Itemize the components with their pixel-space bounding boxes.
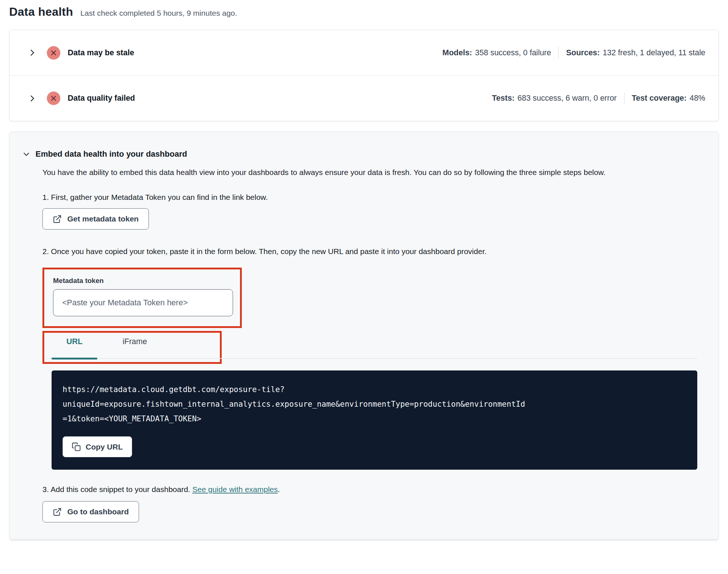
status-row-quality[interactable]: Data quality failed Tests:683 success, 6… — [10, 75, 718, 121]
metadata-token-label: Metadata token — [53, 277, 231, 285]
stat-value: 358 success, 0 failure — [475, 48, 551, 57]
embed-url-line: https://metadata.cloud.getdbt.com/exposu… — [63, 382, 686, 397]
error-x-icon — [47, 92, 60, 105]
embed-url-line: =1&token=<YOUR_METADATA_TOKEN> — [63, 411, 686, 426]
metadata-token-input[interactable] — [53, 289, 233, 316]
embed-section-body: You have the ability to embed this data … — [42, 165, 704, 522]
tab-iframe[interactable]: iFrame — [112, 337, 158, 346]
get-metadata-token-label: Get metadata token — [67, 215, 139, 223]
guide-link[interactable]: See guide with examples — [192, 485, 278, 493]
stats-divider — [624, 92, 624, 105]
status-row-stale[interactable]: Data may be stale Models:358 success, 0 … — [10, 30, 718, 75]
embed-url-text: https://metadata.cloud.getdbt.com/exposu… — [63, 382, 686, 426]
status-row-stats: Tests:683 success, 6 warn, 0 error Test … — [492, 92, 705, 105]
annotation-box-token: Metadata token — [42, 268, 242, 328]
stat-label: Sources: — [566, 48, 600, 57]
output-tabs: URL iFrame — [42, 331, 697, 364]
step-3-prefix: 3. Add this code snippet to your dashboa… — [42, 485, 192, 493]
stat-label: Models: — [442, 48, 472, 57]
step-3-text: 3. Add this code snippet to your dashboa… — [42, 485, 704, 494]
external-link-icon — [53, 507, 62, 517]
copy-url-label: Copy URL — [86, 443, 123, 451]
models-stat: Models:358 success, 0 failure — [442, 48, 551, 57]
stat-label: Test coverage: — [632, 94, 687, 102]
go-to-dashboard-label: Go to dashboard — [67, 507, 129, 516]
stat-label: Tests: — [492, 94, 515, 102]
embed-section-title: Embed data health into your dashboard — [35, 149, 187, 159]
step-2-text: 2. Once you have copied your token, past… — [42, 247, 704, 256]
page-title: Data health — [9, 5, 73, 19]
status-row-title: Data quality failed — [68, 94, 135, 103]
embed-url-line: uniqueId=exposure.fishtown_internal_anal… — [63, 397, 686, 411]
embed-section: Embed data health into your dashboard Yo… — [9, 131, 719, 540]
error-x-icon — [47, 46, 60, 60]
test-coverage-stat: Test coverage:48% — [632, 94, 705, 103]
copy-icon — [72, 442, 81, 451]
get-metadata-token-button[interactable]: Get metadata token — [42, 208, 149, 230]
embed-section-header[interactable]: Embed data health into your dashboard — [22, 149, 704, 159]
embed-description: You have the ability to embed this data … — [42, 165, 686, 180]
copy-url-button[interactable]: Copy URL — [63, 436, 132, 457]
data-health-page: Data health Last check completed 5 hours… — [0, 0, 728, 540]
chevron-right-icon[interactable] — [28, 48, 37, 57]
sources-stat: Sources:132 fresh, 1 delayed, 11 stale — [566, 48, 705, 57]
status-row-title: Data may be stale — [68, 48, 134, 57]
status-row-stats: Models:358 success, 0 failure Sources:13… — [442, 46, 705, 59]
tabs-divider-line — [46, 358, 697, 359]
status-card: Data may be stale Models:358 success, 0 … — [9, 30, 719, 121]
step-1-text: 1. First, gather your Metadata Token you… — [42, 193, 704, 202]
active-tab-underline — [52, 358, 97, 359]
stat-value: 48% — [690, 94, 705, 102]
chevron-down-icon[interactable] — [22, 150, 30, 158]
tests-stat: Tests:683 success, 6 warn, 0 error — [492, 94, 617, 103]
external-link-icon — [53, 215, 62, 224]
tab-url[interactable]: URL — [52, 337, 97, 346]
step-3-suffix: . — [278, 485, 280, 493]
stat-value: 683 success, 6 warn, 0 error — [518, 94, 617, 102]
go-to-dashboard-button[interactable]: Go to dashboard — [42, 501, 139, 522]
page-header: Data health Last check completed 5 hours… — [9, 5, 719, 19]
last-check-status: Last check completed 5 hours, 9 minutes … — [80, 9, 237, 18]
stat-value: 132 fresh, 1 delayed, 11 stale — [603, 48, 706, 57]
stats-divider — [558, 46, 559, 59]
chevron-right-icon[interactable] — [28, 94, 37, 103]
embed-url-code-block: https://metadata.cloud.getdbt.com/exposu… — [52, 370, 697, 470]
